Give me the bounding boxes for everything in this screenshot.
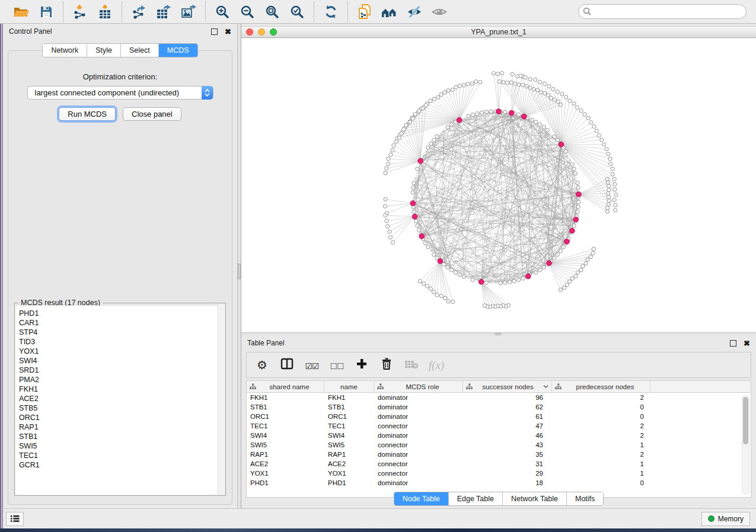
close-table-panel-button[interactable]: ✖ [744,339,750,347]
mcds-result-item[interactable]: PMA2 [19,375,225,384]
satellite-node[interactable] [502,81,505,84]
mcds-result-item[interactable]: STP4 [19,328,225,337]
ring-node[interactable] [416,224,419,227]
satellite-node[interactable] [586,258,589,261]
ring-node[interactable] [530,118,534,121]
satellite-node[interactable] [525,84,528,88]
satellite-node[interactable] [592,124,596,128]
table-row[interactable]: ORC1ORC1dominator610 [247,412,751,421]
ring-node[interactable] [416,167,419,171]
save-session-button[interactable] [36,3,57,21]
satellite-node[interactable] [611,172,614,176]
export-network-button[interactable] [128,3,149,21]
satellite-node[interactable] [470,82,474,85]
satellite-node[interactable] [605,147,608,150]
mcds-hub-node[interactable] [457,117,462,123]
mcds-result-item[interactable]: SWI5 [19,441,225,451]
satellite-node[interactable] [614,209,617,212]
satellite-node[interactable] [613,177,616,181]
ring-node[interactable] [534,271,538,274]
satellite-node[interactable] [385,219,388,223]
ring-node[interactable] [573,172,577,175]
satellite-node[interactable] [595,129,598,133]
satellite-node[interactable] [383,204,387,208]
ring-node[interactable] [576,186,580,190]
satellite-node[interactable] [559,103,562,107]
satellite-node[interactable] [607,152,610,156]
satellite-node[interactable] [408,120,412,124]
mcds-hub-node[interactable] [419,234,425,239]
satellite-node[interactable] [579,268,583,272]
satellite-node[interactable] [389,153,393,156]
show-all-button[interactable] [429,3,450,21]
ring-node[interactable] [489,110,493,113]
ring-node[interactable] [432,138,436,142]
satellite-node[interactable] [394,140,398,143]
satellite-node[interactable] [474,80,477,84]
satellite-node[interactable] [606,191,610,195]
ring-node[interactable] [426,245,430,249]
delete-column-button[interactable] [377,355,396,374]
satellite-node[interactable] [611,167,614,171]
import-table-button[interactable] [94,3,116,21]
mcds-result-list[interactable]: PHD1CAR1STP4TID3YOX1SWI4SRD1PMA2FKH1ACE2… [15,306,225,495]
tab-select[interactable]: Select [121,44,159,57]
satellite-node[interactable] [543,91,547,95]
satellite-node[interactable] [524,76,527,79]
ring-node[interactable] [412,186,415,190]
ring-node[interactable] [538,268,541,272]
satellite-node[interactable] [387,157,390,161]
satellite-node[interactable] [534,78,537,81]
export-image-button[interactable] [178,3,199,21]
satellite-node[interactable] [564,95,567,99]
satellite-node[interactable] [584,261,588,265]
tab-edge-table[interactable]: Edge Table [449,492,503,505]
ring-node[interactable] [484,110,488,114]
mcds-hub-node[interactable] [522,114,527,119]
satellite-node[interactable] [556,90,559,94]
satellite-node[interactable] [607,203,610,206]
column-layout-button[interactable] [277,355,296,374]
ring-node[interactable] [572,224,576,227]
table-row[interactable]: SWI5SWI5connector431 [247,440,751,450]
ring-node[interactable] [517,113,521,117]
satellite-node[interactable] [479,81,482,84]
satellite-node[interactable] [432,290,435,294]
ring-node[interactable] [412,210,416,213]
ring-node[interactable] [553,256,556,259]
create-column-button[interactable] [352,355,371,374]
deselect-all-button[interactable]: ☐☐ [327,355,346,374]
satellite-node[interactable] [575,105,579,109]
mcds-hub-node[interactable] [479,279,484,284]
satellite-node[interactable] [451,88,454,92]
tab-network[interactable]: Network [43,44,87,57]
scrollbar-thumb[interactable] [743,397,748,444]
satellite-node[interactable] [483,304,486,307]
memory-button[interactable]: Memory [701,512,750,526]
satellite-node[interactable] [391,149,394,152]
run-mcds-button[interactable]: Run MCDS [59,107,116,121]
satellite-node[interactable] [385,166,388,170]
satellite-node[interactable] [613,182,617,186]
column-header-MCDS-role[interactable]: MCDS role [374,381,463,392]
ring-node[interactable] [435,134,439,138]
mcds-hub-node[interactable] [525,274,531,279]
float-table-panel-button[interactable] [730,340,736,347]
ring-node[interactable] [546,129,549,132]
satellite-node[interactable] [391,241,394,244]
satellite-node[interactable] [384,197,387,201]
mcds-hub-node[interactable] [570,228,575,233]
satellite-node[interactable] [586,116,590,120]
satellite-node[interactable] [446,300,450,303]
ring-node[interactable] [471,278,474,281]
satellite-node[interactable] [451,300,455,303]
satellite-node[interactable] [559,288,562,291]
satellite-node[interactable] [496,72,499,76]
satellite-node[interactable] [392,144,395,148]
satellite-node[interactable] [439,294,443,297]
satellite-node[interactable] [521,83,525,86]
zoom-selected-button[interactable] [286,3,308,21]
ring-node[interactable] [553,134,556,138]
ring-node[interactable] [446,126,449,129]
ring-node[interactable] [503,110,507,114]
